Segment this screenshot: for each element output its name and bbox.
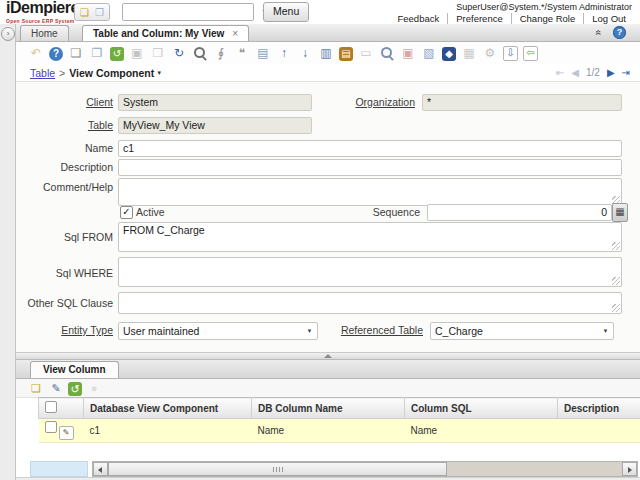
zoom-across-icon[interactable]: [379, 45, 395, 61]
new-record-icon[interactable]: ❏: [68, 45, 84, 61]
quick-launch-group: ❏❐: [74, 3, 110, 21]
save-create-icon[interactable]: ❒: [150, 45, 166, 61]
sql-from-label: Sql FROM: [16, 229, 113, 245]
new-window-icon[interactable]: ❏: [77, 6, 92, 19]
panel-splitter[interactable]: [16, 352, 640, 360]
select-all-checkbox[interactable]: [45, 401, 57, 413]
undo-icon[interactable]: ↶: [28, 45, 44, 61]
tab-view-column[interactable]: View Column: [30, 361, 119, 378]
header-link-change-role[interactable]: Change Role: [511, 13, 583, 24]
header-link-log-out[interactable]: Log Out: [583, 13, 634, 24]
exit-icon[interactable]: ⇦: [523, 46, 538, 61]
delete-row-icon[interactable]: ↺: [68, 382, 82, 396]
print-icon[interactable]: ▭: [358, 45, 374, 61]
table-label[interactable]: Table: [16, 117, 113, 133]
cell-2[interactable]: Name: [252, 419, 405, 443]
document-icon[interactable]: ▤: [339, 47, 353, 61]
organization-label[interactable]: Organization: [316, 94, 415, 110]
report-icon[interactable]: ▥: [318, 45, 334, 61]
collapse-header-icon[interactable]: «: [594, 30, 605, 36]
sql-where-field[interactable]: [118, 257, 622, 287]
tab-close-icon[interactable]: ×: [232, 28, 238, 39]
edit-row-icon[interactable]: ✎: [48, 380, 64, 396]
description-field[interactable]: [118, 159, 622, 176]
expand-sidebar-button[interactable]: ›: [1, 27, 15, 41]
find-icon[interactable]: [192, 45, 208, 61]
referenced-table-label[interactable]: Referenced Table: [322, 322, 423, 338]
menu-button[interactable]: Menu: [263, 2, 309, 22]
detail-toolbar: ❏✎↺●: [16, 379, 640, 398]
global-search-input[interactable]: [123, 4, 261, 20]
referenced-table-dropdown-icon[interactable]: [598, 323, 613, 339]
column-header-1[interactable]: Database View Component: [84, 398, 252, 419]
idempiere-window: iDempiere Open Source ERP System ❏❐ ▼ Me…: [0, 0, 640, 480]
cell-1[interactable]: c1: [84, 419, 252, 443]
other-sql-field[interactable]: [118, 292, 622, 314]
column-header-4[interactable]: Description: [558, 398, 640, 419]
refresh-icon[interactable]: ↻: [171, 45, 187, 61]
next-record-icon[interactable]: ▶: [607, 67, 615, 78]
column-header-3[interactable]: Column SQL: [405, 398, 558, 419]
tab-table-and-column[interactable]: Table and Column: My View×: [82, 25, 249, 41]
table-row[interactable]: ✎c1NameName: [39, 419, 640, 443]
new-row-icon[interactable]: ❏: [28, 380, 44, 396]
breadcrumb-current[interactable]: View Component: [69, 67, 162, 79]
horizontal-scrollbar[interactable]: [92, 461, 638, 477]
entity-type-label[interactable]: Entity Type: [16, 322, 113, 338]
column-header-2[interactable]: DB Column Name: [252, 398, 405, 419]
copy-record-icon[interactable]: ❐: [89, 45, 105, 61]
scrollbar-track[interactable]: [447, 462, 622, 476]
delete-record-icon[interactable]: ↺: [110, 47, 124, 61]
parent-record-icon[interactable]: ↑: [276, 45, 292, 61]
scroll-left-icon[interactable]: [93, 462, 108, 476]
grid-select-all-header: [39, 398, 84, 419]
help-icon[interactable]: ?: [49, 47, 63, 61]
name-field[interactable]: c1: [118, 140, 622, 157]
process-row-icon[interactable]: ●: [86, 380, 102, 396]
breadcrumb-row: Table > View Component ⇤ ◀ 1/2 ▶ ⇥: [16, 64, 640, 81]
active-label: Active: [136, 204, 196, 220]
sequence-field[interactable]: 0: [427, 204, 612, 221]
sql-from-field[interactable]: FROM C_Charge: [118, 222, 622, 252]
scroll-right-icon[interactable]: [622, 462, 637, 476]
workflow-icon[interactable]: ◆: [442, 47, 456, 61]
requests-icon[interactable]: ▣: [400, 45, 416, 61]
last-record-icon[interactable]: ⇥: [622, 67, 630, 78]
export-icon[interactable]: ⇩: [503, 46, 518, 61]
row-edit-icon[interactable]: ✎: [59, 426, 74, 440]
tabbar-help-icon[interactable]: ?: [613, 26, 626, 39]
chat-icon[interactable]: ❝: [234, 45, 250, 61]
client-label[interactable]: Client: [16, 94, 113, 110]
open-window-icon[interactable]: ❐: [92, 6, 107, 19]
entity-type-dropdown-icon[interactable]: [302, 323, 317, 339]
postit-icon[interactable]: ▤: [255, 45, 271, 61]
active-checkbox[interactable]: ✓: [120, 206, 133, 219]
scrollbar-thumb[interactable]: [108, 462, 447, 476]
grid-header-row: Database View ComponentDB Column NameCol…: [39, 398, 640, 419]
first-record-icon[interactable]: ⇤: [556, 67, 564, 78]
window-toggle-icon[interactable]: ▦: [461, 45, 477, 61]
detail-record-icon[interactable]: ↓: [297, 45, 313, 61]
tab-home[interactable]: Home: [20, 25, 69, 41]
save-icon[interactable]: ▣: [129, 45, 145, 61]
header-links: FeedbackPreferenceChange RoleLog Out: [390, 13, 635, 24]
header-link-preference[interactable]: Preference: [447, 13, 510, 24]
process-icon[interactable]: ⚙: [482, 45, 498, 61]
attachment-icon[interactable]: ∮: [213, 45, 229, 61]
row-checkbox[interactable]: [45, 421, 57, 433]
referenced-table-select[interactable]: C_Charge: [430, 322, 614, 340]
breadcrumb-table-link[interactable]: Table: [30, 67, 55, 79]
global-search-combobox[interactable]: ▼: [122, 3, 254, 21]
comment-field[interactable]: [118, 178, 622, 206]
calculator-icon[interactable]: ▦: [612, 203, 628, 222]
cell-3[interactable]: Name: [405, 419, 558, 443]
previous-record-icon[interactable]: ◀: [571, 67, 579, 78]
cell-4[interactable]: [558, 419, 640, 443]
view-column-table: Database View ComponentDB Column NameCol…: [38, 397, 640, 443]
breadcrumb-separator: >: [59, 67, 65, 79]
archive-icon[interactable]: ▧: [421, 45, 437, 61]
user-info: SuperUser@System.*/System Administrator: [456, 2, 632, 12]
header-link-feedback[interactable]: Feedback: [390, 13, 448, 24]
entity-type-select[interactable]: User maintained: [118, 322, 318, 340]
sequence-label: Sequence: [316, 204, 420, 220]
